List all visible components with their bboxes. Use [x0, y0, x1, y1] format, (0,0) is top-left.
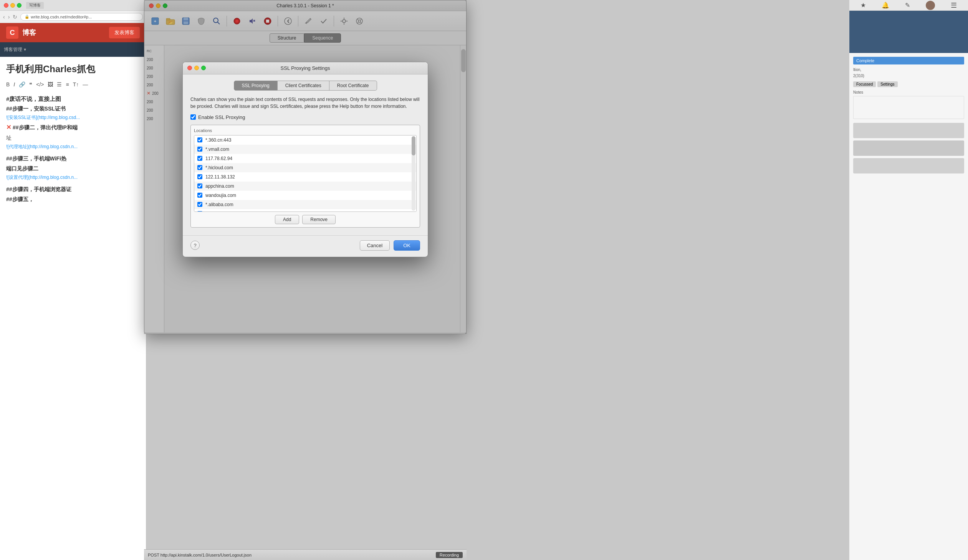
ssl-inner-tabs: SSL Proxying Client Certificates Root Ce… [191, 81, 420, 91]
blog-nav: 博客管理 ▾ [0, 42, 146, 57]
blog-line-5: 址 [6, 133, 140, 143]
add-location-btn[interactable]: Add [275, 215, 299, 224]
location-checkbox-7[interactable] [197, 202, 202, 207]
list-item[interactable]: wandoujia.com [194, 191, 416, 200]
browser-tab[interactable]: 写博客 [26, 2, 44, 9]
quote-btn[interactable]: ❝ [29, 81, 32, 88]
heading-btn[interactable]: T↑ [73, 81, 79, 88]
modal-overlay: SSL Proxying Settings SSL Proxying Clien… [144, 0, 467, 334]
manage-chevron: ▾ [24, 47, 26, 52]
list-item[interactable]: *.hicloud.com [194, 163, 416, 172]
maximize-btn[interactable] [17, 3, 22, 8]
tab-root-certificate[interactable]: Root Certificate [330, 81, 377, 91]
list-item[interactable]: 122.11.38.132 [194, 172, 416, 182]
blog-line-9: ![设置代理](http://img.blog.csdn.n... [6, 174, 140, 182]
locations-scrollbar-thumb [412, 136, 416, 156]
location-value-7: *.alibaba.com [206, 202, 234, 207]
location-checkbox-8[interactable] [197, 211, 202, 212]
status-url: POST http://api.kinstalk.com/1.0/users/U… [148, 553, 436, 557]
ssl-modal: SSL Proxying Settings SSL Proxying Clien… [182, 62, 428, 257]
enable-ssl-row: Enable SSL Proxying [191, 114, 420, 120]
right-content: Complete ltion, 2(310) Focussed Settings… [849, 53, 968, 177]
status-recording: Recording [436, 552, 463, 558]
location-checkbox-6[interactable] [197, 193, 202, 198]
location-value-3: *.hicloud.com [206, 165, 233, 171]
italic-btn[interactable]: I [13, 81, 15, 88]
location-value-2: 117.78.62.94 [206, 156, 232, 161]
link-btn[interactable]: 🔗 [19, 81, 25, 88]
locations-buttons: Add Remove [194, 215, 417, 224]
modal-footer: ? Cancel OK [183, 235, 428, 257]
location-checkbox-3[interactable] [197, 165, 202, 170]
list-item[interactable]: *.360.cn:443 [194, 136, 416, 145]
settings-tab[interactable]: Settings [877, 81, 897, 87]
blog-text-area[interactable]: #废话不说，直接上图 ##步骤一，安装SSL证书 ![安装SSL证书](http… [6, 94, 140, 204]
list-item[interactable]: appchina.com [194, 182, 416, 191]
tab-ssl-proxying[interactable]: SSL Proxying [234, 81, 278, 91]
blog-line-4: ✕ ##步骤二，弹出代理IP和端 [6, 122, 140, 133]
error-icon: ✕ [6, 122, 11, 133]
remove-location-btn[interactable]: Remove [302, 215, 336, 224]
list-item[interactable]: 117.78.62.94 [194, 154, 416, 163]
list-item[interactable]: *.alibaba.com [194, 200, 416, 209]
back-btn[interactable]: ‹ [3, 14, 5, 20]
location-value-5: appchina.com [206, 184, 234, 189]
refresh-btn[interactable]: ↻ [13, 14, 17, 20]
location-value-6: wandoujia.com [206, 193, 236, 198]
thumbnail-3 [853, 158, 964, 174]
locations-scrollbar[interactable] [412, 136, 416, 211]
location-checkbox-0[interactable] [197, 138, 202, 142]
location-checkbox-5[interactable] [197, 184, 202, 189]
address-bar[interactable]: write.blog.csdn.net/mdeditor#p... [31, 15, 92, 19]
help-btn[interactable]: ? [191, 241, 200, 250]
modal-minimize-btn[interactable] [194, 66, 199, 70]
cancel-btn[interactable]: Cancel [360, 240, 390, 251]
locations-list[interactable]: *.360.cn:443 *.vmall.com 117.78.62.94 *.… [194, 135, 417, 212]
modal-close-btn[interactable] [187, 66, 192, 70]
notes-area[interactable] [853, 96, 964, 119]
publish-btn[interactable]: 发表博客 [109, 27, 140, 38]
right-tabs: Focussed Settings [853, 81, 964, 87]
blog-header: C 博客 发表博客 [0, 23, 146, 42]
menu-icon[interactable]: ☰ [951, 1, 957, 10]
modal-maximize-btn[interactable] [201, 66, 206, 70]
hr-btn[interactable]: — [83, 81, 88, 88]
right-thumbnails [853, 123, 964, 174]
blog-line-7: ##步骤三，手机端WiFi热 [6, 154, 140, 164]
right-text: ltion, 2(310) [853, 67, 964, 79]
blog-header-title: 博客 [22, 28, 36, 37]
avatar[interactable] [926, 1, 935, 10]
bell-icon[interactable]: 🔔 [882, 2, 889, 9]
minimize-btn[interactable] [10, 3, 15, 8]
thumbnail-1 [853, 123, 964, 138]
locations-title: Locations [194, 128, 417, 133]
star-icon[interactable]: ★ [860, 2, 866, 9]
edit-icon[interactable]: ✎ [905, 2, 910, 9]
focused-tab[interactable]: Focussed [853, 81, 876, 87]
ol-btn[interactable]: ≡ [66, 81, 69, 88]
location-checkbox-4[interactable] [197, 174, 202, 179]
footer-buttons: Cancel OK [360, 240, 420, 251]
location-checkbox-2[interactable] [197, 156, 202, 161]
image-btn[interactable]: 🖼 [48, 81, 53, 88]
tab-client-certificates[interactable]: Client Certificates [278, 81, 330, 91]
bold-btn[interactable]: B [6, 81, 10, 88]
forward-btn[interactable]: › [8, 14, 10, 20]
list-item[interactable]: *.vmall.com [194, 145, 416, 154]
blog-main-title: 手机利用Charles抓包 [6, 63, 140, 75]
list-item[interactable]: *.uc.cn [194, 209, 416, 212]
location-checkbox-1[interactable] [197, 147, 202, 152]
blog-line-10: ##步骤四，手机端浏览器证 [6, 185, 140, 194]
modal-body: SSL Proxying Client Certificates Root Ce… [183, 75, 428, 234]
notes-label: Notes [853, 90, 964, 94]
manage-btn[interactable]: 博客管理 [4, 46, 22, 53]
enable-ssl-checkbox[interactable] [191, 114, 196, 120]
thumbnail-2 [853, 141, 964, 156]
code-btn[interactable]: </> [36, 81, 44, 88]
blog-line-6: ![代理地址](http://img.blog.csdn.n... [6, 143, 140, 151]
blog-logo: C [6, 27, 18, 39]
blog-content: 手机利用Charles抓包 B I 🔗 ❝ </> 🖼 ☰ ≡ T↑ — #废话… [0, 57, 146, 210]
ul-btn[interactable]: ☰ [57, 81, 62, 88]
ok-btn[interactable]: OK [394, 240, 420, 251]
close-btn[interactable] [4, 3, 8, 8]
